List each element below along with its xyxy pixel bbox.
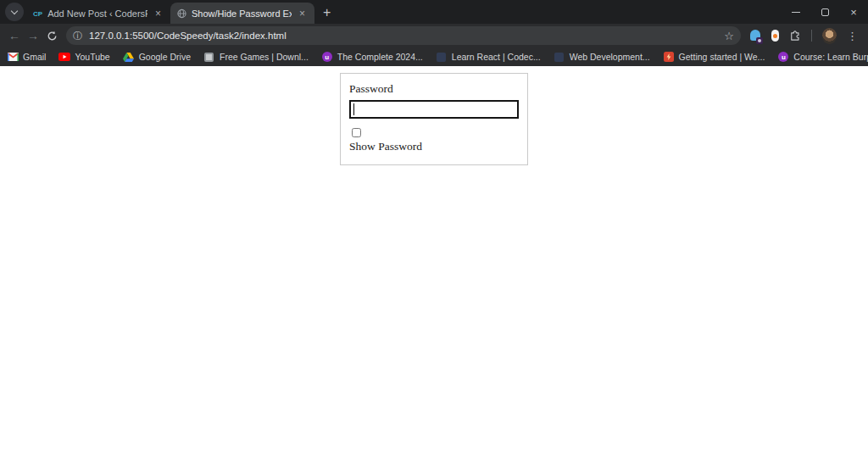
bookmark-getting-started[interactable]: Getting started | We... bbox=[663, 51, 765, 63]
tab-close-icon[interactable]: × bbox=[297, 7, 308, 20]
maximize-button[interactable] bbox=[810, 0, 839, 24]
tab-coderspacket[interactable]: CP Add New Post ‹ CodersPacket – × bbox=[26, 3, 170, 24]
bookmark-free-games[interactable]: Free Games | Downl... bbox=[203, 51, 309, 63]
toolbar-separator bbox=[811, 30, 812, 42]
profile-avatar[interactable] bbox=[822, 28, 837, 44]
bookmark-gmail[interactable]: Gmail bbox=[7, 51, 46, 63]
new-tab-button[interactable]: + bbox=[314, 5, 339, 24]
tab-close-icon[interactable]: × bbox=[153, 7, 164, 20]
url-text[interactable]: 127.0.0.1:5500/CodeSpeedy/task2/index.ht… bbox=[89, 31, 719, 41]
reload-button[interactable] bbox=[42, 25, 61, 46]
youtube-icon bbox=[58, 51, 70, 63]
minimize-button[interactable] bbox=[782, 0, 810, 24]
extensions-puzzle-icon[interactable] bbox=[789, 30, 801, 42]
games-icon bbox=[203, 51, 215, 63]
bookmark-learn-react[interactable]: Learn React | Codec... bbox=[436, 51, 541, 63]
browser-toolbar: ← → ⓘ 127.0.0.1:5500/CodeSpeedy/task2/in… bbox=[0, 24, 868, 47]
bookmark-youtube[interactable]: YouTube bbox=[58, 51, 109, 63]
page-viewport: Password Show Password bbox=[0, 73, 868, 462]
pill-extension-icon[interactable] bbox=[771, 30, 779, 42]
maximize-icon bbox=[821, 8, 829, 16]
reload-icon bbox=[47, 31, 58, 42]
ghost-badge bbox=[756, 37, 763, 44]
back-button[interactable]: ← bbox=[5, 25, 24, 46]
password-label: Password bbox=[349, 82, 519, 96]
bookmark-star-icon[interactable]: ☆ bbox=[724, 30, 734, 42]
tab-strip: CP Add New Post ‹ CodersPacket – × Show/… bbox=[0, 0, 868, 24]
tab-show-hide-password[interactable]: Show/Hide Password Example × bbox=[170, 3, 314, 24]
tab-search-button[interactable] bbox=[5, 3, 24, 21]
text-caret bbox=[353, 103, 354, 115]
close-button[interactable]: × bbox=[839, 0, 868, 24]
password-input-wrap bbox=[349, 100, 519, 119]
bookmark-google-drive[interactable]: Google Drive bbox=[123, 51, 191, 63]
show-password-checkbox[interactable] bbox=[352, 128, 361, 137]
codecademy-icon bbox=[554, 51, 565, 63]
udemy-icon: u bbox=[321, 51, 333, 63]
bookmarks-bar: Gmail YouTube Google Drive Free Games | … bbox=[0, 47, 868, 66]
tab-title: Show/Hide Password Example bbox=[192, 8, 292, 19]
close-icon: × bbox=[850, 7, 857, 18]
address-bar[interactable]: ⓘ 127.0.0.1:5500/CodeSpeedy/task2/index.… bbox=[66, 26, 741, 45]
show-password-label: Show Password bbox=[349, 140, 519, 153]
show-password-row: Show Password bbox=[349, 128, 519, 153]
password-input[interactable] bbox=[349, 100, 519, 119]
google-drive-icon bbox=[123, 51, 135, 63]
bookmark-web-development[interactable]: Web Development... bbox=[554, 51, 650, 63]
minimize-icon bbox=[792, 12, 800, 13]
bookmark-course-learn-burp[interactable]: u Course: Learn Burp... bbox=[777, 51, 868, 63]
ghost-extension-icon[interactable] bbox=[750, 30, 762, 42]
udemy-icon: u bbox=[777, 51, 789, 63]
bookmark-the-complete-2024[interactable]: u The Complete 2024... bbox=[321, 51, 423, 63]
password-panel: Password Show Password bbox=[340, 73, 528, 165]
gmail-icon bbox=[7, 51, 19, 63]
globe-icon bbox=[177, 8, 186, 19]
chevron-down-icon bbox=[11, 7, 18, 14]
flame-icon bbox=[663, 51, 675, 63]
site-info-icon[interactable]: ⓘ bbox=[73, 30, 82, 42]
cp-favicon: CP bbox=[33, 10, 42, 18]
codecademy-icon bbox=[436, 51, 448, 63]
tab-title: Add New Post ‹ CodersPacket – bbox=[47, 8, 147, 19]
menu-kebab-icon[interactable]: ⋮ bbox=[847, 31, 858, 42]
window-controls: × bbox=[782, 0, 868, 24]
forward-button[interactable]: → bbox=[24, 25, 42, 46]
